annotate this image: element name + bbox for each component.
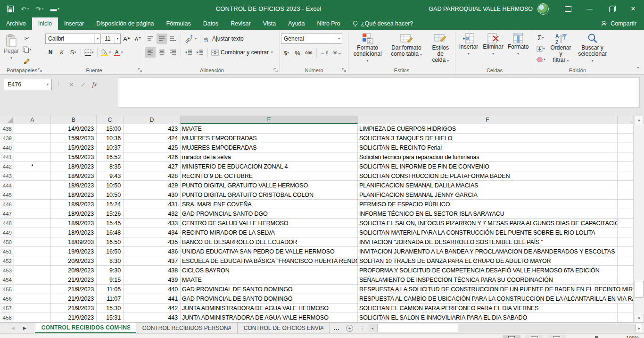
delete-cells-button[interactable]: Eliminar ▾ — [481, 31, 505, 65]
autosum-icon[interactable]: Σ▾ — [535, 33, 546, 43]
cell[interactable]: INFORME TÉCNICO EN EL SECTOR ISLA SARAYA… — [358, 209, 618, 218]
cell[interactable]: GAD PROVINCIAL DE SANTO DOMINGO — [181, 294, 358, 303]
cell[interactable]: 20/9/2023 — [51, 256, 97, 265]
cell[interactable]: Solicitan tecnico para reparacion de lum… — [358, 152, 618, 161]
cell[interactable]: RESPUESTA AL CAMBIO DE UBICACIÓN PARA LA… — [358, 294, 633, 303]
increase-indent-icon[interactable] — [195, 47, 205, 58]
zoom-slider-handle[interactable] — [595, 336, 598, 338]
cell[interactable]: 442 — [124, 304, 181, 313]
minimize-button[interactable]: — — [579, 0, 601, 17]
tell-me-box[interactable]: ¿Qué desea hacer? — [347, 17, 419, 30]
ribbon-tab-revisar[interactable]: Revisar — [224, 17, 256, 30]
cell[interactable]: 439 — [124, 275, 181, 284]
row-header[interactable]: 452 — [0, 256, 14, 265]
ribbon-tab-inicio[interactable]: Inicio — [32, 17, 58, 30]
select-all-corner[interactable] — [0, 116, 14, 124]
cell[interactable] — [14, 304, 51, 313]
scroll-left-icon[interactable]: ◂ — [369, 324, 376, 332]
cell[interactable]: 15/9/2023 — [51, 143, 97, 152]
align-right-icon[interactable] — [168, 47, 178, 58]
cell[interactable]: 16:48 — [97, 228, 124, 237]
cell[interactable]: 9:43 — [97, 171, 124, 180]
cell[interactable] — [618, 266, 633, 275]
cell[interactable]: JUNTA ADMINISTRADORA DE AGUA VALE HERMOS… — [181, 313, 358, 322]
cell[interactable] — [618, 313, 633, 322]
ribbon-tab-insertar[interactable]: Insertar — [58, 17, 90, 30]
cell[interactable] — [14, 171, 51, 180]
decrease-indent-icon[interactable] — [183, 47, 194, 58]
cell[interactable]: SOLICITAN MATERIAL PARA LA CONSTRUCCIÓN … — [358, 228, 618, 237]
cell[interactable]: MAATE — [181, 275, 358, 284]
cell[interactable]: PLANIFICACION SEMANAL JENNY GARCIA — [358, 190, 618, 199]
cell[interactable]: 441 — [124, 294, 181, 303]
cell[interactable]: 18/9/2023 — [51, 209, 97, 218]
cell[interactable]: ESCUELA DE EDUCATIVA BÁSICA "FRANCISCO H… — [181, 256, 358, 265]
cell[interactable]: 18/9/2023 — [51, 219, 97, 228]
ribbon-tab-datos[interactable]: Datos — [197, 17, 225, 30]
cell[interactable]: 21/9/2023 — [51, 313, 97, 322]
cell[interactable]: 10:36 — [97, 134, 124, 143]
cell[interactable] — [14, 143, 51, 152]
scroll-up-icon[interactable]: ▲ — [635, 116, 644, 124]
close-button[interactable]: ✕ — [622, 0, 644, 17]
cancel-icon[interactable]: ✕ — [69, 81, 74, 88]
cell[interactable]: 10:50 — [97, 190, 124, 199]
cell[interactable]: 18/9/2023 — [51, 162, 97, 171]
cell[interactable] — [618, 304, 633, 313]
cell[interactable]: 15/9/2023 — [51, 152, 97, 161]
format-cells-button[interactable]: Formato ▾ — [505, 31, 531, 65]
accounting-format-icon[interactable]: $▾ — [281, 48, 291, 58]
cell[interactable]: SOLICITAN 3 TANQUES DE HIELO — [358, 134, 618, 143]
font-size-combo[interactable]: 11▾ — [102, 34, 121, 44]
ribbon-tab-archivo[interactable]: Archivo — [0, 17, 32, 30]
cell[interactable]: 18/9/2023 — [51, 190, 97, 199]
cut-icon[interactable]: ✂ — [22, 33, 33, 43]
page-break-view-button[interactable] — [548, 335, 566, 338]
cell[interactable]: MUJERES EMPODERADAS — [181, 143, 358, 152]
cell[interactable]: 443 — [124, 313, 181, 322]
cell[interactable]: 15:24 — [97, 200, 124, 209]
cell[interactable] — [14, 209, 51, 218]
row-header[interactable]: 444 — [0, 181, 14, 190]
cell[interactable]: 11:07 — [97, 294, 124, 303]
column-header-d[interactable]: D — [124, 116, 181, 124]
cell[interactable] — [618, 171, 633, 180]
cell[interactable]: INVITACIÓN "JORNADA DE DESARROLLO SOSTEN… — [358, 237, 618, 246]
column-header-c[interactable]: C — [97, 116, 124, 124]
cell[interactable]: 15:45 — [97, 219, 124, 228]
column-header-b[interactable]: B — [51, 116, 97, 124]
merge-center-button[interactable]: Combinar y centrar ▾ — [210, 47, 274, 58]
cell[interactable]: BANCO DE DESARROLLO DEL ECUADOR — [181, 237, 358, 246]
cell[interactable]: 432 — [124, 209, 181, 218]
cell[interactable]: 15/9/2023 — [51, 134, 97, 143]
cell[interactable]: 15:30 — [97, 304, 124, 313]
fill-color-icon[interactable]: ▾ — [100, 47, 112, 58]
cell[interactable]: 16:50 — [97, 237, 124, 246]
cell[interactable]: 16:50 — [97, 247, 124, 256]
cell[interactable]: SOLICITAN CONSTRUCCION DE PLATAFORMA BAD… — [358, 171, 618, 180]
align-middle-icon[interactable] — [157, 34, 167, 44]
clipboard-dialog-launcher-icon[interactable] — [38, 68, 42, 73]
cell[interactable]: 18/9/2023 — [51, 200, 97, 209]
cell[interactable]: 434 — [124, 228, 181, 237]
cell[interactable]: PERMISO DE ESPACIO PÚBLICO — [358, 200, 618, 209]
sheet-tab[interactable]: CONTROL RECIBIDOS PERSONAL — [136, 323, 238, 333]
cell[interactable] — [618, 124, 633, 133]
ribbon-tab-nitro-pro[interactable]: Nitro Pro — [311, 17, 347, 30]
cell[interactable]: MAATE — [181, 124, 358, 133]
cell[interactable] — [618, 162, 633, 171]
normal-view-button[interactable] — [503, 335, 520, 338]
cell[interactable]: PROFORMA Y SOLICITUD DE COMPETENCIA DESA… — [358, 266, 618, 275]
cell[interactable]: 20/9/2023 — [51, 266, 97, 275]
cell[interactable] — [14, 266, 51, 275]
cell[interactable]: 436 — [124, 247, 181, 256]
cell[interactable] — [14, 190, 51, 199]
paste-button[interactable]: Pegar ▾ — [1, 31, 22, 65]
row-header[interactable]: 439 — [0, 134, 14, 143]
cell[interactable] — [14, 294, 51, 303]
orientation-icon[interactable]: ab↗▾ — [183, 34, 198, 44]
cell[interactable]: SRA. MARLENE COVEÑA — [181, 200, 358, 209]
cell[interactable]: 440 — [124, 285, 181, 294]
cell[interactable] — [618, 256, 633, 265]
cell[interactable]: MINISTERIO DE EDUCACION ZONAL 4 — [181, 162, 358, 171]
